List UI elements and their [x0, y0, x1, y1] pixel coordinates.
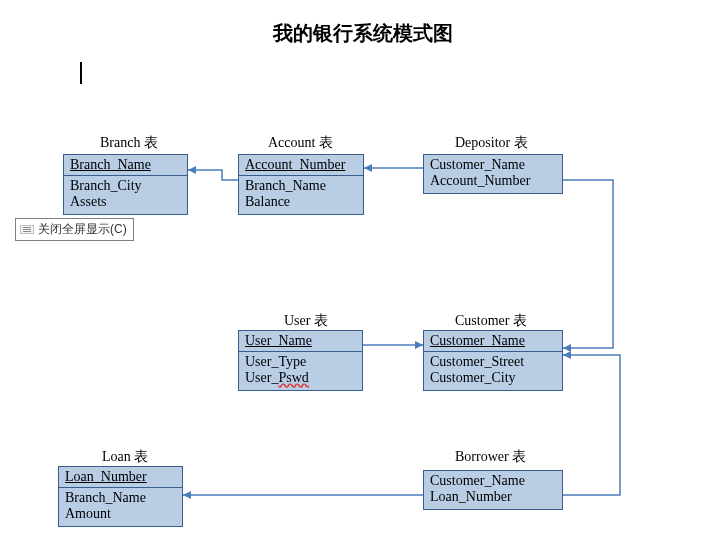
borrower-label: Borrower 表	[455, 448, 526, 466]
customer-label: Customer 表	[455, 312, 527, 330]
svg-marker-4	[563, 351, 571, 359]
grip-icon	[20, 225, 34, 234]
account-table: Account_Number Branch_Name Balance	[238, 154, 364, 215]
text-cursor	[80, 62, 81, 84]
user-col: User_Type	[245, 354, 356, 370]
user-col: User_Pswd	[245, 370, 356, 386]
account-label: Account 表	[268, 134, 333, 152]
loan-label: Loan 表	[102, 448, 148, 466]
branch-col: Branch_City	[70, 178, 181, 194]
diagram-canvas: 我的银行系统模式图 Branch 表 Branch_Name Branch_Ci…	[0, 0, 725, 548]
branch-label: Branch 表	[100, 134, 158, 152]
user-table: User_Name User_Type User_Pswd	[238, 330, 363, 391]
depositor-col: Customer_Name	[430, 157, 556, 173]
account-pk: Account_Number	[245, 157, 357, 173]
user-pk: User_Name	[245, 333, 356, 349]
account-col: Balance	[245, 194, 357, 210]
tooltip-label: 关闭全屏显示(C)	[38, 221, 127, 238]
depositor-label: Depositor 表	[455, 134, 528, 152]
depositor-col: Account_Number	[430, 173, 556, 189]
loan-table: Loan_Number Branch_Name Amount	[58, 466, 183, 527]
svg-marker-2	[563, 344, 571, 352]
user-label: User 表	[284, 312, 328, 330]
loan-pk: Loan_Number	[65, 469, 176, 485]
svg-marker-3	[415, 341, 423, 349]
customer-col: Customer_Street	[430, 354, 556, 370]
account-col: Branch_Name	[245, 178, 357, 194]
loan-col: Amount	[65, 506, 176, 522]
borrower-col: Loan_Number	[430, 489, 556, 505]
user-pswd-wavy: Pswd	[278, 370, 308, 385]
customer-pk: Customer_Name	[430, 333, 556, 349]
borrower-col: Customer_Name	[430, 473, 556, 489]
depositor-table: Customer_Name Account_Number	[423, 154, 563, 194]
close-fullscreen-tooltip[interactable]: 关闭全屏显示(C)	[15, 218, 134, 241]
branch-col: Assets	[70, 194, 181, 210]
loan-col: Branch_Name	[65, 490, 176, 506]
borrower-table: Customer_Name Loan_Number	[423, 470, 563, 510]
branch-table: Branch_Name Branch_City Assets	[63, 154, 188, 215]
svg-marker-5	[183, 491, 191, 499]
customer-col: Customer_City	[430, 370, 556, 386]
customer-table: Customer_Name Customer_Street Customer_C…	[423, 330, 563, 391]
svg-marker-1	[364, 164, 372, 172]
diagram-title: 我的银行系统模式图	[0, 20, 725, 47]
branch-pk: Branch_Name	[70, 157, 181, 173]
svg-marker-0	[188, 166, 196, 174]
